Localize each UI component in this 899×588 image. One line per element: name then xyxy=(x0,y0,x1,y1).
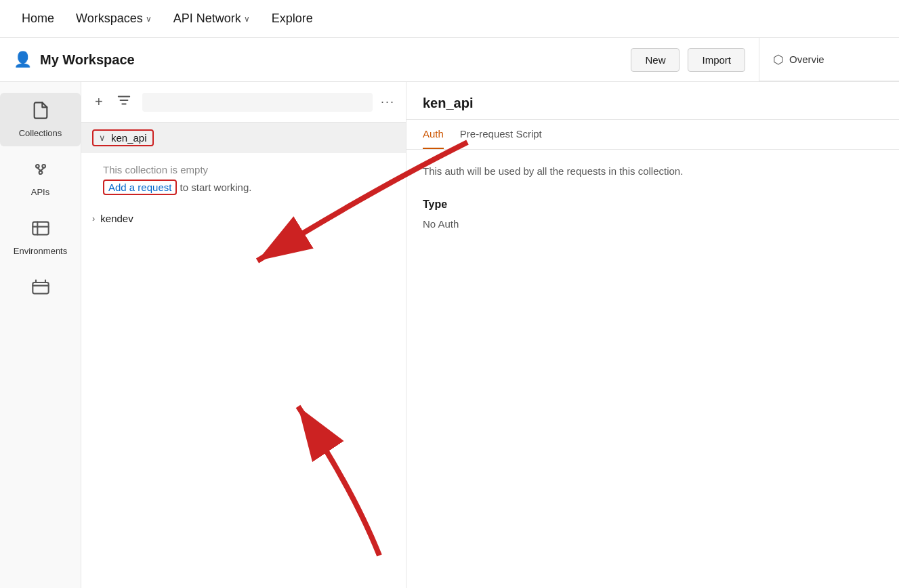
overview-icon: ⬡ xyxy=(773,52,784,67)
right-panel-body: This auth will be used by all the reques… xyxy=(406,150,899,246)
svg-rect-8 xyxy=(33,282,48,293)
collections-icon xyxy=(31,101,50,124)
right-panel: ken_api Auth Pre-request Script This aut… xyxy=(406,82,899,588)
search-input[interactable] xyxy=(142,93,373,112)
type-value: No Auth xyxy=(423,216,883,232)
apis-icon xyxy=(31,160,50,183)
auth-description: This auth will be used by all the reques… xyxy=(423,163,883,180)
right-panel-overview: ⬡ Overvie xyxy=(759,38,899,81)
kendev-name: kendev xyxy=(100,213,133,224)
svg-line-4 xyxy=(41,168,44,171)
environments-icon xyxy=(31,219,50,242)
ken-api-name: ken_api xyxy=(111,132,147,144)
more-options-button[interactable]: ··· xyxy=(381,95,395,109)
collection-kendev-header[interactable]: › kendev xyxy=(81,206,406,231)
collections-label: Collections xyxy=(19,128,62,138)
right-panel-tabs: Auth Pre-request Script xyxy=(406,120,899,150)
api-network-chevron: ∨ xyxy=(244,14,250,24)
tab-auth[interactable]: Auth xyxy=(423,120,444,149)
kendev-chevron[interactable]: › xyxy=(92,213,95,224)
nav-api-network[interactable]: API Network ∨ xyxy=(173,12,250,26)
empty-text: This collection is empty xyxy=(103,164,384,175)
mock-icon xyxy=(31,278,50,301)
user-icon: 👤 xyxy=(14,51,32,68)
collection-ken-api: ∨ ken_api This collection is empty Add a… xyxy=(81,123,406,206)
sidebar-item-apis[interactable]: APIs xyxy=(0,152,81,205)
add-request-line: Add a request to start working. xyxy=(103,180,384,195)
sidebar-item-mock[interactable] xyxy=(0,270,81,313)
svg-rect-5 xyxy=(33,222,48,235)
main-layout: Collections APIs xyxy=(0,82,899,588)
filter-button[interactable] xyxy=(114,90,134,114)
sidebar-item-collections[interactable]: Collections xyxy=(0,93,81,146)
tab-pre-request[interactable]: Pre-request Script xyxy=(460,120,542,149)
collection-ken-api-empty: This collection is empty Add a request t… xyxy=(81,153,406,206)
nav-home[interactable]: Home xyxy=(22,12,54,26)
top-nav: // render top nav items inline after bod… xyxy=(0,0,899,38)
overview-label: Overvie xyxy=(789,54,824,65)
environments-label: Environments xyxy=(14,246,67,256)
add-collection-button[interactable]: + xyxy=(92,91,106,112)
workspace-header: 👤 My Workspace New Import xyxy=(0,38,759,81)
import-button[interactable]: Import xyxy=(688,48,745,72)
workspace-title: My Workspace xyxy=(40,52,135,68)
collection-ken-api-header[interactable]: ∨ ken_api xyxy=(81,123,406,153)
ken-api-chevron[interactable]: ∨ xyxy=(99,133,106,143)
workspaces-chevron: ∨ xyxy=(146,14,152,24)
collection-list: ∨ ken_api This collection is empty Add a… xyxy=(81,123,406,588)
add-request-link[interactable]: Add a request xyxy=(108,182,171,193)
collections-toolbar: + ··· xyxy=(81,82,406,123)
collections-panel: + ··· xyxy=(81,82,406,588)
sidebar-item-environments[interactable]: Environments xyxy=(0,211,81,264)
right-panel-title: ken_api xyxy=(406,82,899,120)
nav-workspaces[interactable]: Workspaces ∨ xyxy=(76,12,152,26)
type-label: Type xyxy=(423,196,883,213)
nav-explore[interactable]: Explore xyxy=(272,12,313,26)
new-button[interactable]: New xyxy=(631,48,680,72)
sidebar: Collections APIs xyxy=(0,82,81,588)
add-request-suffix: to start working. xyxy=(180,182,252,193)
apis-label: APIs xyxy=(31,187,49,197)
